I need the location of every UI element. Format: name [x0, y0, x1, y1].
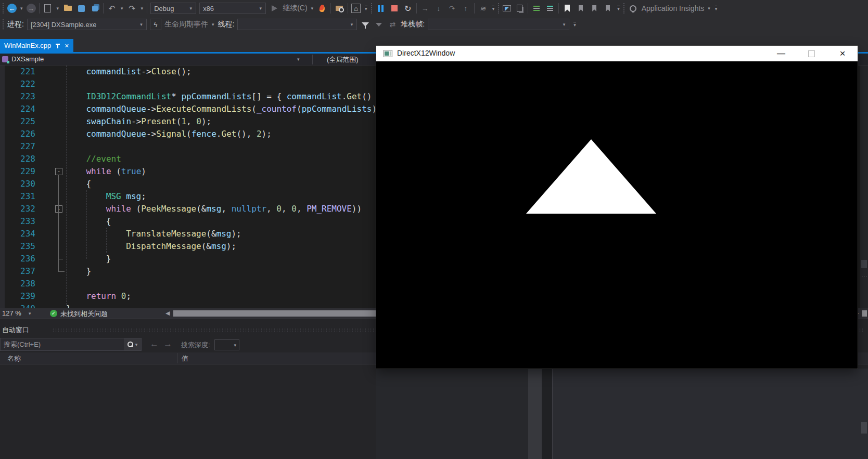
- select-pointer-icon[interactable]: ◤: [503, 5, 511, 11]
- bottom-right-panels: [376, 369, 868, 459]
- navigation-project[interactable]: DXSample: [11, 55, 44, 63]
- close-button[interactable]: ×: [831, 46, 854, 61]
- combo-value: [2304] DXSample.exe: [31, 21, 96, 29]
- navigate-forward-icon[interactable]: →: [27, 4, 36, 13]
- panel-scrollbar[interactable]: [528, 369, 542, 459]
- lifecycle-events-caret[interactable]: ▾: [211, 22, 215, 27]
- editor-vertical-scrollbar[interactable]: [860, 65, 868, 308]
- separator: [103, 3, 104, 14]
- toolbar-grip[interactable]: [497, 3, 500, 14]
- hot-reload-icon[interactable]: [317, 3, 327, 14]
- continue-button[interactable]: 继续(C): [283, 4, 307, 13]
- toolbar-overflow-icon[interactable]: ▾: [365, 6, 367, 11]
- pin-icon[interactable]: [55, 43, 60, 49]
- chevron-down-icon[interactable]: ▾: [259, 6, 263, 11]
- scrollbar-thumb[interactable]: [861, 260, 867, 268]
- chevron-down-icon[interactable]: ▾: [139, 22, 143, 27]
- previous-bookmark-icon[interactable]: [576, 3, 586, 14]
- redo-caret[interactable]: ▾: [141, 6, 144, 11]
- clear-bookmarks-icon[interactable]: [603, 3, 613, 14]
- application-insights-button[interactable]: Application Insights: [642, 4, 705, 12]
- solution-configuration-select[interactable]: Debug▾: [150, 3, 196, 14]
- continue-caret[interactable]: ▾: [311, 6, 314, 11]
- new-file-icon[interactable]: [43, 3, 53, 14]
- line-number: 225: [0, 115, 35, 128]
- autos-search-input[interactable]: [1, 338, 124, 350]
- rendered-triangle: [376, 61, 858, 369]
- toolbar-grip[interactable]: [371, 3, 373, 14]
- solution-platform-select[interactable]: x86▾: [199, 3, 266, 14]
- break-all-icon[interactable]: [376, 3, 386, 14]
- maximize-button[interactable]: [799, 46, 823, 61]
- new-file-caret[interactable]: ▾: [56, 6, 60, 11]
- column-header-value[interactable]: 值: [182, 354, 188, 363]
- code-map-icon[interactable]: [514, 3, 525, 14]
- separator: [474, 3, 475, 14]
- separator: [558, 3, 559, 14]
- column-divider[interactable]: [177, 353, 177, 363]
- fold-collapse-icon[interactable]: -: [55, 205, 62, 213]
- toolbar-grip[interactable]: [623, 3, 625, 14]
- navigate-back-icon[interactable]: ←: [7, 4, 17, 13]
- process-select[interactable]: [2304] DXSample.exe▾: [27, 19, 147, 30]
- save-all-icon[interactable]: [90, 3, 100, 14]
- undo-caret[interactable]: ▾: [120, 6, 124, 11]
- undo-icon[interactable]: ↶: [107, 3, 117, 14]
- lifecycle-events-icon[interactable]: ϟ: [150, 19, 161, 30]
- tab-winmainex-cpp[interactable]: WinMainEx.cpp ×: [0, 39, 73, 52]
- show-next-statement-icon[interactable]: →: [420, 3, 430, 14]
- next-bookmark-icon[interactable]: [589, 3, 599, 14]
- toolbar-grip[interactable]: [2, 3, 4, 14]
- search-forward-icon[interactable]: →: [163, 339, 172, 349]
- toolbar-overflow-icon[interactable]: ▾: [492, 6, 495, 11]
- step-into-icon[interactable]: ↓: [433, 3, 444, 14]
- column-header-name[interactable]: 名称: [7, 354, 21, 363]
- diagnostics-icon[interactable]: ≋: [478, 3, 488, 14]
- search-button[interactable]: ▾: [124, 338, 141, 350]
- redo-icon[interactable]: ↷: [127, 3, 137, 14]
- filter-threads-icon[interactable]: [360, 19, 371, 30]
- dx-title-bar[interactable]: DirectX12Window — ×: [376, 46, 858, 61]
- search-options-caret[interactable]: ▾: [135, 342, 138, 347]
- step-over-icon[interactable]: ↷: [447, 3, 457, 14]
- chevron-down-icon[interactable]: ▾: [563, 22, 566, 27]
- toolbar-overflow-icon[interactable]: ▾: [715, 6, 718, 11]
- toolbar-grip[interactable]: [2, 19, 4, 30]
- stop-debugging-icon[interactable]: [389, 3, 400, 14]
- step-out-icon[interactable]: ↑: [461, 3, 471, 14]
- home-icon[interactable]: ⌂: [351, 4, 361, 13]
- navigation-scope[interactable]: (全局范围): [327, 55, 359, 64]
- chevron-down-icon[interactable]: ▾: [297, 57, 300, 62]
- application-insights-caret[interactable]: ▾: [707, 6, 711, 11]
- toggle-bookmark-icon[interactable]: [562, 3, 572, 14]
- toggle-flagged-icon[interactable]: ⇄: [387, 19, 398, 30]
- find-in-files-icon[interactable]: [334, 3, 344, 14]
- thread-select[interactable]: ▾: [237, 19, 357, 30]
- task-list-icon[interactable]: [531, 3, 542, 14]
- minimize-button[interactable]: —: [769, 46, 793, 61]
- open-file-icon[interactable]: [62, 3, 73, 14]
- lightbulb-icon[interactable]: [628, 3, 639, 14]
- scroll-left-icon[interactable]: ◀: [165, 310, 170, 317]
- restart-icon[interactable]: ↻: [403, 3, 413, 14]
- lifecycle-events-button[interactable]: 生命周期事件: [164, 20, 208, 29]
- directx12-window[interactable]: DirectX12Window — ×: [376, 46, 858, 369]
- search-depth-select[interactable]: ▾: [214, 339, 239, 350]
- navigate-back-caret[interactable]: ▾: [20, 6, 23, 11]
- chevron-down-icon[interactable]: ▾: [189, 6, 193, 11]
- start-debug-icon[interactable]: [269, 3, 279, 14]
- toolbar-overflow-icon[interactable]: ▾: [617, 6, 620, 11]
- zoom-caret-icon[interactable]: ▾: [29, 311, 31, 316]
- line-numbers-icon[interactable]: [545, 3, 555, 14]
- fold-collapse-icon[interactable]: -: [55, 168, 62, 175]
- toolbar-overflow-icon[interactable]: ▾: [573, 22, 576, 28]
- chevron-down-icon[interactable]: ▾: [350, 22, 354, 27]
- stack-frame-select[interactable]: ▾: [428, 19, 569, 30]
- search-back-icon[interactable]: ←: [150, 339, 159, 349]
- close-tab-icon[interactable]: ×: [65, 43, 69, 49]
- zoom-level[interactable]: 127 %: [2, 309, 21, 317]
- scrollbar-thumb[interactable]: [861, 422, 867, 434]
- health-check-icon[interactable]: ✓: [50, 310, 57, 317]
- save-icon[interactable]: [76, 3, 86, 14]
- filter-flagged-icon[interactable]: [374, 19, 384, 30]
